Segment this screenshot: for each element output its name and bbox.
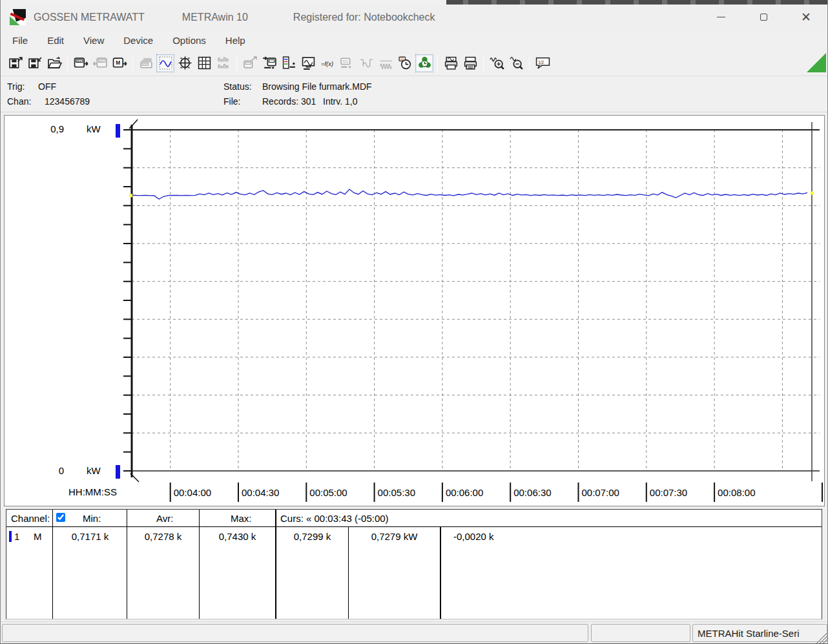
file-save-import-button[interactable] bbox=[26, 54, 44, 72]
live-timer-button[interactable] bbox=[415, 54, 433, 72]
cursor-end-marker bbox=[811, 191, 814, 194]
zoom-out-button[interactable] bbox=[507, 54, 525, 72]
menu-view[interactable]: View bbox=[76, 32, 112, 49]
maximize-icon bbox=[760, 14, 767, 21]
x-tick-label: 00:07:30 bbox=[650, 487, 687, 498]
col-header-avr[interactable]: Avr: bbox=[156, 513, 173, 524]
minimize-icon bbox=[717, 17, 725, 17]
row-max-value: 0,7430 k bbox=[213, 531, 262, 542]
waveform-single-button[interactable] bbox=[357, 54, 375, 72]
file-label: File: bbox=[223, 96, 240, 107]
device-read-button[interactable]: 321 bbox=[72, 54, 90, 72]
close-icon: ✕ bbox=[801, 11, 811, 23]
live-timer-icon bbox=[417, 56, 432, 70]
waveform-multi-button[interactable] bbox=[377, 54, 395, 72]
svg-text:=f(x): =f(x) bbox=[321, 60, 333, 67]
scope-view-button[interactable] bbox=[176, 54, 194, 72]
svg-text:321: 321 bbox=[98, 59, 103, 63]
col-header-cursor[interactable]: Curs: « 00:03:43 (-05:00) bbox=[280, 513, 389, 524]
toolbar-group: 321321M bbox=[71, 54, 129, 72]
brand-title: GOSSEN METRAWATT bbox=[34, 12, 145, 23]
memory-read-button[interactable]: M bbox=[110, 54, 129, 72]
close-button[interactable]: ✕ bbox=[785, 5, 827, 30]
toolbar-group: =f(x)32112 bbox=[240, 54, 434, 72]
formula-button[interactable]: =f(x) bbox=[318, 54, 336, 72]
chart-panel: 0,9 kW 0 kW HH:MM:SS 00:04:0000:04:3000:… bbox=[4, 115, 825, 506]
x-tick-label: 00:08:00 bbox=[718, 487, 755, 498]
row-avr-value: 0,7278 k bbox=[139, 531, 187, 542]
chart-view-icon bbox=[158, 56, 173, 70]
svg-text:321: 321 bbox=[342, 60, 348, 64]
print-button[interactable] bbox=[461, 54, 479, 72]
info-strip: Trig: OFF Chan: 123456789 Status: Browsi… bbox=[1, 76, 827, 112]
channel-config-button[interactable] bbox=[280, 54, 298, 72]
multimeter-view-icon: 1257 bbox=[139, 56, 154, 70]
svg-text:M: M bbox=[116, 59, 120, 66]
histogram-view-button[interactable] bbox=[214, 54, 233, 72]
toolbar-separator bbox=[67, 55, 68, 72]
menu-edit[interactable]: Edit bbox=[39, 32, 72, 49]
display-321-button[interactable]: 321 bbox=[338, 54, 356, 72]
background-window-sliver bbox=[446, 0, 828, 5]
toolbar: 321321M1257=f(x)321121/2 bbox=[1, 50, 827, 76]
toolbar-separator bbox=[236, 55, 237, 72]
zoom-in-button[interactable] bbox=[488, 54, 506, 72]
toolbar-separator bbox=[529, 55, 530, 72]
memory-read-icon: M bbox=[112, 56, 127, 70]
menu-help[interactable]: Help bbox=[218, 32, 253, 49]
menu-file[interactable]: File bbox=[5, 32, 36, 49]
metrawin-window: GOSSEN METRAWATT METRAwin 10 Registered … bbox=[0, 0, 828, 644]
menu-device[interactable]: Device bbox=[116, 32, 161, 49]
file-open-button[interactable] bbox=[45, 54, 63, 72]
col-header-channel[interactable]: Channel: bbox=[11, 513, 50, 524]
table-header-divider bbox=[6, 526, 822, 527]
time-settings-button[interactable]: 12 bbox=[396, 54, 414, 72]
monitor-view-button[interactable] bbox=[299, 54, 317, 72]
chart-view-button[interactable] bbox=[156, 54, 174, 72]
y-axis-top-hook bbox=[129, 119, 138, 129]
table-view-button[interactable] bbox=[195, 54, 213, 72]
device-name-text: METRAHit Starline-Seri bbox=[693, 625, 827, 639]
file-open-icon bbox=[47, 56, 62, 70]
print-graph-button[interactable] bbox=[442, 54, 460, 72]
device-write-icon: 321 bbox=[93, 56, 108, 70]
histogram-view-icon bbox=[216, 56, 231, 70]
channel-config-icon bbox=[282, 56, 296, 70]
table-column-divider bbox=[199, 510, 200, 619]
row-channel-number[interactable]: 1 bbox=[14, 531, 19, 542]
x-tick-label: 00:07:00 bbox=[582, 487, 619, 498]
maximize-button[interactable] bbox=[742, 5, 785, 30]
app-title: METRAwin 10 bbox=[182, 12, 248, 23]
channel-visible-checkbox[interactable] bbox=[56, 513, 65, 522]
corner-resize-triangle bbox=[807, 53, 826, 72]
row-cursor1-value: 0,7299 k bbox=[288, 531, 336, 542]
data-export-button[interactable] bbox=[241, 54, 259, 72]
trig-label: Trig: bbox=[7, 81, 25, 92]
toolbar-group bbox=[441, 54, 480, 72]
interval-value: Intrv. 1,0 bbox=[323, 96, 357, 107]
x-tick-label: 00:05:30 bbox=[378, 487, 415, 498]
resize-grip[interactable] bbox=[816, 633, 827, 643]
device-write-button[interactable]: 321 bbox=[91, 54, 109, 72]
col-header-max[interactable]: Max: bbox=[231, 513, 252, 524]
table-column-divider bbox=[275, 510, 276, 619]
menu-bar: File Edit View Device Options Help bbox=[1, 30, 827, 50]
statusbar-middle-panel bbox=[591, 624, 690, 642]
minimize-button[interactable] bbox=[699, 5, 742, 30]
annotation-button[interactable]: 1/2 bbox=[533, 54, 552, 72]
table-column-divider bbox=[440, 527, 441, 619]
multimeter-view-button[interactable]: 1257 bbox=[137, 54, 155, 72]
data-import-button[interactable] bbox=[260, 54, 278, 72]
scope-view-icon bbox=[178, 56, 192, 70]
device-read-icon: 321 bbox=[74, 56, 88, 70]
menu-options[interactable]: Options bbox=[165, 32, 214, 49]
file-save-export-button[interactable] bbox=[6, 54, 25, 72]
status-label: Status: bbox=[223, 81, 252, 92]
col-header-min[interactable]: Min: bbox=[83, 513, 101, 524]
toolbar-group bbox=[487, 54, 526, 72]
annotation-icon: 1/2 bbox=[535, 56, 550, 70]
toolbar-group bbox=[6, 54, 64, 72]
row-channel-mode: M bbox=[34, 531, 42, 542]
data-import-icon bbox=[262, 56, 277, 70]
power-series-line bbox=[132, 189, 807, 199]
